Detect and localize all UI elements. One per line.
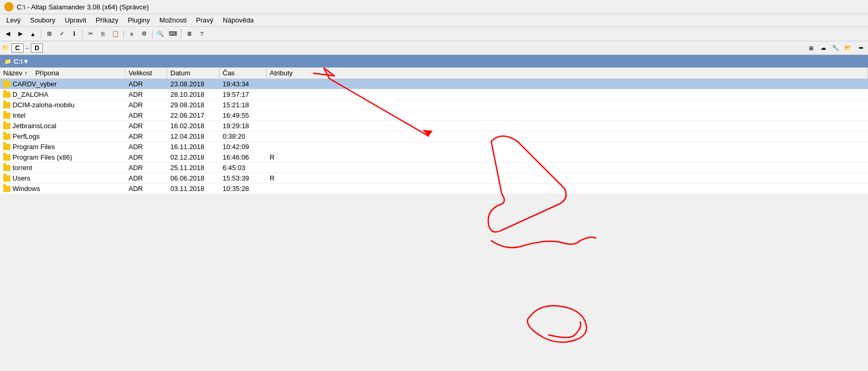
col-attr[interactable]: Atributy bbox=[267, 68, 329, 78]
file-attr-cell bbox=[267, 163, 329, 173]
file-name: DCIM-zaloha-mobilu bbox=[13, 101, 74, 109]
app-icon bbox=[4, 2, 14, 12]
toolbar-sep1 bbox=[41, 29, 41, 39]
table-row[interactable]: Program FilesADR16.11.201810:42:09 bbox=[0, 142, 868, 152]
file-size-cell: ADR bbox=[125, 184, 167, 194]
folder-icon bbox=[3, 144, 10, 150]
col-date[interactable]: Datum bbox=[167, 68, 219, 78]
toolbar-find[interactable]: 🔍 bbox=[155, 29, 166, 39]
toolbar-terminal[interactable]: ⌨ bbox=[167, 29, 179, 39]
drive-c-button[interactable]: C bbox=[11, 43, 24, 53]
table-row[interactable]: JetbrainsLocalADR16.02.201819:29:18 bbox=[0, 121, 868, 131]
file-date-cell: 06.06.2018 bbox=[167, 173, 219, 183]
file-name-cell: torrent bbox=[0, 163, 125, 173]
folder-icon bbox=[3, 113, 10, 119]
file-extra-cell bbox=[329, 79, 868, 89]
table-row[interactable]: Program Files (x86)ADR02.12.201816:46:06… bbox=[0, 152, 868, 163]
toolbar-paste[interactable]: 📋 bbox=[110, 29, 121, 39]
col-name[interactable]: Název ↑ Přípona bbox=[0, 68, 125, 78]
file-date-cell: 12.04.2018 bbox=[167, 131, 219, 141]
folder-icon bbox=[3, 133, 10, 140]
file-size-cell: ADR bbox=[125, 121, 167, 131]
file-time-cell: 16:49:55 bbox=[219, 110, 267, 120]
file-size-cell: ADR bbox=[125, 100, 167, 110]
toolbar-cut[interactable]: ✂ bbox=[85, 29, 96, 39]
drive-d-button[interactable]: D bbox=[31, 43, 43, 53]
table-row[interactable]: WindowsADR03.11.201810:35:28 bbox=[0, 184, 868, 194]
file-attr-cell bbox=[267, 121, 329, 131]
toolbar-sep4 bbox=[152, 29, 153, 39]
file-size-cell: ADR bbox=[125, 89, 167, 99]
drive-icon-1[interactable]: 🖥 bbox=[805, 43, 816, 53]
menu-item-prav[interactable]: Pravý bbox=[192, 15, 217, 25]
toolbar-back[interactable]: ◀ bbox=[2, 29, 14, 39]
table-row[interactable]: UsersADR06.06.201815:53:39R bbox=[0, 173, 868, 184]
file-name: JetbrainsLocal bbox=[13, 122, 56, 130]
drive-indicator: 📁 bbox=[2, 44, 9, 51]
file-name-cell: Users bbox=[0, 173, 125, 183]
toolbar-help[interactable]: ? bbox=[196, 29, 207, 39]
table-row[interactable]: PerfLogsADR12.04.2018 0:38:20 bbox=[0, 131, 868, 142]
file-extra-cell bbox=[329, 152, 868, 162]
menu-item-pkazy[interactable]: Příkazy bbox=[91, 15, 122, 25]
menu-item-lev[interactable]: Levý bbox=[2, 15, 25, 25]
toolbar-forward[interactable]: ▶ bbox=[15, 29, 26, 39]
toolbar-sep3 bbox=[123, 29, 124, 39]
file-size-cell: ADR bbox=[125, 173, 167, 183]
menu-item-soubory[interactable]: Soubory bbox=[26, 15, 59, 25]
file-name: D_ZALOHA bbox=[13, 91, 49, 98]
drive-icon-4[interactable]: 📂 bbox=[843, 43, 853, 53]
table-row[interactable]: D_ZALOHAADR28.10.201819:57:17 bbox=[0, 89, 868, 100]
drive-icon-2[interactable]: ☁ bbox=[818, 43, 828, 53]
toolbar-copy[interactable]: ⎘ bbox=[97, 29, 109, 39]
file-attr-cell bbox=[267, 89, 329, 99]
toolbar-sep5 bbox=[181, 29, 181, 39]
file-attr-cell bbox=[267, 100, 329, 110]
file-size-cell: ADR bbox=[125, 79, 167, 89]
table-row[interactable]: torrentADR25.11.2018 6:45:03 bbox=[0, 163, 868, 173]
menu-item-monosti[interactable]: Možnosti bbox=[155, 15, 191, 25]
file-extra-cell bbox=[329, 163, 868, 173]
file-extra-cell bbox=[329, 142, 868, 152]
file-name-cell: CARDV_vyber bbox=[0, 79, 125, 89]
toolbar-filter[interactable]: ⚙ bbox=[138, 29, 150, 39]
toolbar-check[interactable]: ✓ bbox=[56, 29, 67, 39]
toolbar-sort[interactable]: ≡ bbox=[126, 29, 137, 39]
column-headers: Název ↑ Přípona Velikost Datum Čas Atrib… bbox=[0, 68, 868, 79]
file-date-cell: 25.11.2018 bbox=[167, 163, 219, 173]
current-path: C:\▼ bbox=[14, 58, 29, 65]
toolbar-props[interactable]: ≣ bbox=[183, 29, 195, 39]
file-name-cell: Program Files (x86) bbox=[0, 152, 125, 162]
col-size[interactable]: Velikost bbox=[125, 68, 167, 78]
file-date-cell: 22.06.2017 bbox=[167, 110, 219, 120]
file-attr-cell bbox=[267, 142, 329, 152]
file-name-cell: PerfLogs bbox=[0, 131, 125, 141]
table-row[interactable]: DCIM-zaloha-mobiluADR29.08.201815:21:18 bbox=[0, 100, 868, 110]
file-name: Windows bbox=[13, 185, 40, 193]
file-attr-cell bbox=[267, 131, 329, 141]
menu-item-upravit[interactable]: Upravit bbox=[61, 15, 90, 25]
file-size-cell: ADR bbox=[125, 152, 167, 162]
menu-item-pluginy[interactable]: Pluginy bbox=[123, 15, 154, 25]
col-time[interactable]: Čas bbox=[219, 68, 267, 78]
file-name-cell: Intel bbox=[0, 110, 125, 120]
toolbar-view[interactable]: ⊞ bbox=[43, 29, 55, 39]
file-name: Program Files (x86) bbox=[13, 153, 72, 161]
file-name-cell: DCIM-zaloha-mobilu bbox=[0, 100, 125, 110]
file-name-cell: Program Files bbox=[0, 142, 125, 152]
table-row[interactable]: CARDV_vyberADR23.08.201819:43:34 bbox=[0, 79, 868, 89]
file-name: PerfLogs bbox=[13, 132, 40, 140]
file-time-cell: 16:46:06 bbox=[219, 152, 267, 162]
drive-icon-5[interactable]: ➡ bbox=[855, 43, 866, 53]
file-time-cell: 10:35:28 bbox=[219, 184, 267, 194]
file-name-cell: Windows bbox=[0, 184, 125, 194]
toolbar-info[interactable]: ℹ bbox=[68, 29, 80, 39]
table-row[interactable]: IntelADR22.06.201716:49:55 bbox=[0, 110, 868, 121]
toolbar-up[interactable]: ▲ bbox=[27, 29, 39, 39]
drive-icon-3[interactable]: 🔧 bbox=[830, 43, 841, 53]
folder-icon bbox=[3, 186, 10, 192]
file-extra-cell bbox=[329, 121, 868, 131]
menu-item-npovda[interactable]: Nápověda bbox=[218, 15, 258, 25]
file-list: Název ↑ Přípona Velikost Datum Čas Atrib… bbox=[0, 68, 868, 194]
file-time-cell: 0:38:20 bbox=[219, 131, 267, 141]
